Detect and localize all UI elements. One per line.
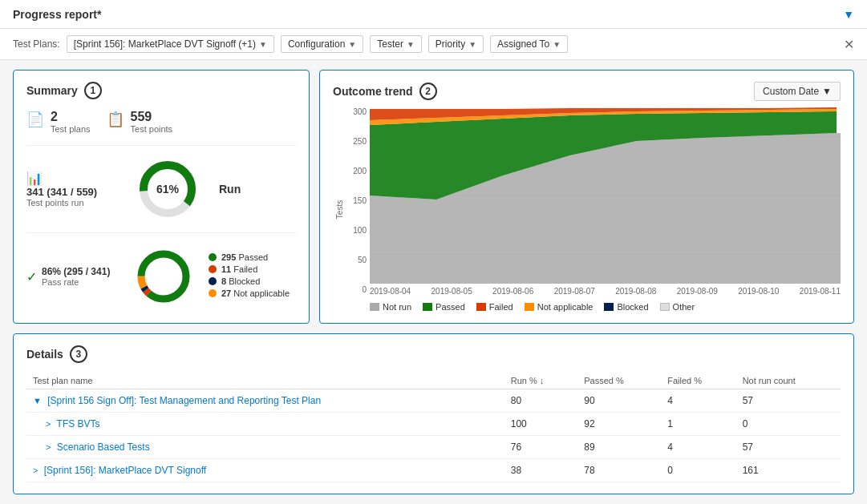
- filter-bar: Test Plans: [Sprint 156]: MarketPlace DV…: [0, 29, 867, 60]
- run-percent-label: 61%: [156, 183, 179, 196]
- table-row: > TFS BVTs 100 92 1 0: [26, 413, 841, 436]
- table-header: Test plan name Run % ↓ Passed % Failed %…: [26, 373, 841, 389]
- test-points-stat: 📋 559 Test points: [107, 109, 173, 134]
- chart-container: Tests 300 250 200 150 100 50 0: [333, 107, 841, 312]
- run-text-label: Run: [219, 183, 241, 196]
- row-not-run: 57: [736, 436, 841, 459]
- legend-not-run: Not run: [370, 302, 411, 312]
- row-name-cell: > [Sprint 156]: MarketPlace DVT Signoff: [26, 459, 504, 482]
- legend-blocked-trend: Blocked: [604, 302, 648, 312]
- row-passed-pct: 89: [577, 436, 661, 459]
- table-row: > Scenario Based Tests 76 89 4 57: [26, 436, 841, 459]
- col-failed-pct: Failed %: [661, 373, 735, 389]
- not-applicable-dot: [209, 289, 217, 297]
- trend-header: Outcome trend 2 Custom Date ▼: [333, 82, 841, 101]
- trend-number: 2: [419, 83, 437, 100]
- blocked-dot: [209, 277, 217, 285]
- chevron-down-icon: ▼: [822, 86, 832, 97]
- pass-rate-donut: [132, 244, 196, 308]
- row-plan-name: TFS BVTs: [57, 418, 100, 429]
- test-points-icon: 📋: [107, 111, 124, 128]
- filter-configuration-dropdown[interactable]: Configuration ▼: [281, 35, 363, 53]
- other-rect: [660, 303, 670, 311]
- row-failed-pct: 4: [661, 389, 735, 413]
- filter-test-plans-label: Test Plans:: [13, 38, 60, 50]
- custom-date-button[interactable]: Custom Date ▼: [754, 82, 841, 101]
- col-not-run-count: Not run count: [736, 373, 841, 389]
- legend-failed-trend: Failed: [476, 302, 513, 312]
- pass-rate-row: ✓ 86% (295 / 341) Pass rate: [26, 244, 296, 308]
- col-passed-pct: Passed %: [577, 373, 661, 389]
- col-test-plan-name: Test plan name: [26, 373, 504, 389]
- trend-title: Outcome trend 2: [333, 83, 437, 100]
- details-table: Test plan name Run % ↓ Passed % Failed %…: [26, 373, 841, 482]
- chart-legend: Not run Passed Failed Not applicabl: [370, 302, 841, 312]
- row-passed-pct: 90: [577, 389, 661, 413]
- y-axis-title: Tests: [336, 200, 345, 219]
- row-expand-icon[interactable]: >: [33, 466, 38, 475]
- details-number: 3: [70, 345, 87, 363]
- table-row: ▼ [Sprint 156 Sign Off]: Test Management…: [26, 389, 841, 413]
- row-expand-icon[interactable]: >: [46, 419, 51, 429]
- col-run-pct: Run % ↓: [504, 373, 577, 389]
- chevron-down-icon: ▼: [259, 40, 267, 49]
- row-failed-pct: 4: [661, 436, 735, 459]
- row-name-cell: > Scenario Based Tests: [26, 436, 504, 459]
- pass-rate-label: Pass rate: [42, 277, 110, 287]
- top-row: Summary 1 📄 2 Test plans 📋 559 Test poin: [13, 70, 854, 324]
- row-passed-pct: 78: [577, 459, 661, 482]
- filter-icon[interactable]: ▼: [843, 8, 854, 21]
- row-name-cell: > TFS BVTs: [26, 413, 504, 436]
- close-filter-button[interactable]: ✕: [844, 37, 854, 52]
- pass-rate-legend: 295 Passed 11 Failed 8 Blocked 27 Not ap…: [209, 252, 290, 300]
- summary-number: 1: [84, 82, 102, 99]
- summary-title: Summary 1: [26, 82, 296, 99]
- row-failed-pct: 0: [661, 459, 735, 482]
- row-run-pct: 100: [504, 413, 577, 436]
- row-run-pct: 80: [504, 389, 577, 413]
- chevron-down-icon: ▼: [468, 40, 476, 49]
- legend-not-applicable-trend: Not applicable: [525, 302, 594, 312]
- test-plans-icon: 📄: [26, 111, 44, 128]
- legend-other-trend: Other: [660, 302, 695, 312]
- app-header: Progress report* ▼: [0, 0, 867, 29]
- failed-rect: [476, 303, 486, 311]
- row-passed-pct: 92: [577, 413, 661, 436]
- not-run-rect: [370, 303, 379, 311]
- chart-body: 2019-08-04 2019-08-05 2019-08-06 2019-08…: [370, 107, 841, 312]
- y-axis: 300 250 200 150 100 50 0: [347, 107, 370, 312]
- row-not-run: 57: [736, 389, 841, 413]
- row-expand-icon[interactable]: ▼: [33, 396, 42, 405]
- chevron-down-icon: ▼: [553, 40, 561, 49]
- pass-rate-value: 86% (295 / 341): [42, 266, 110, 277]
- row-plan-name: [Sprint 156]: MarketPlace DVT Signoff: [44, 465, 206, 476]
- failed-dot: [209, 265, 217, 273]
- test-plans-value: 2: [51, 109, 91, 124]
- row-run-pct: 76: [504, 436, 577, 459]
- row-run-pct: 38: [504, 459, 577, 482]
- chevron-down-icon: ▼: [407, 40, 415, 49]
- run-icon: 📊: [26, 171, 43, 185]
- row-not-run: 0: [736, 413, 841, 436]
- chevron-down-icon: ▼: [348, 40, 356, 49]
- row-name-cell: ▼ [Sprint 156 Sign Off]: Test Management…: [26, 389, 504, 413]
- legend-not-applicable: 27 Not applicable: [209, 288, 290, 298]
- legend-blocked: 8 Blocked: [209, 276, 290, 286]
- x-axis: 2019-08-04 2019-08-05 2019-08-06 2019-08…: [370, 287, 841, 296]
- table-body: ▼ [Sprint 156 Sign Off]: Test Management…: [26, 389, 841, 482]
- main-content: Summary 1 📄 2 Test plans 📋 559 Test poin: [0, 60, 867, 504]
- row-expand-icon[interactable]: >: [46, 442, 51, 452]
- test-points-run-row: 📊 341 (341 / 559) Test points run 61% Ru…: [26, 157, 296, 233]
- app-title: Progress report*: [13, 8, 101, 21]
- row-plan-name: Scenario Based Tests: [57, 442, 150, 453]
- filter-tester-dropdown[interactable]: Tester ▼: [370, 35, 422, 53]
- legend-failed: 11 Failed: [209, 264, 290, 274]
- test-plans-stat: 📄 2 Test plans: [26, 109, 91, 134]
- row-failed-pct: 1: [661, 413, 735, 436]
- filter-assigned-to-dropdown[interactable]: Assigned To ▼: [490, 35, 568, 53]
- filter-test-plans-dropdown[interactable]: [Sprint 156]: MarketPlace DVT Signoff (+…: [67, 35, 274, 53]
- pass-rate-icon: ✓: [26, 269, 37, 284]
- filter-priority-dropdown[interactable]: Priority ▼: [428, 35, 484, 53]
- legend-passed-trend: Passed: [423, 302, 465, 312]
- test-points-value: 559: [131, 109, 173, 124]
